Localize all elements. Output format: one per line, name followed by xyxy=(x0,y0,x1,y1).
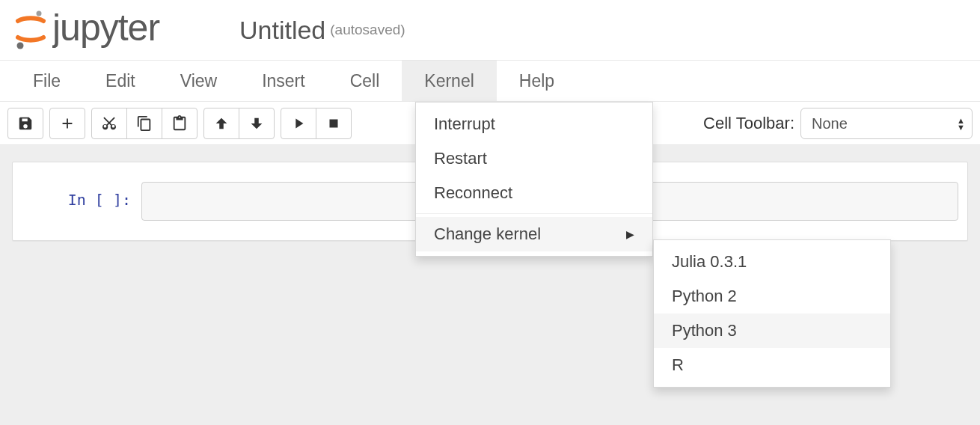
add-cell-button[interactable] xyxy=(49,108,85,139)
arrow-down-icon xyxy=(248,115,265,132)
kernel-interrupt[interactable]: Interrupt xyxy=(416,107,652,141)
menubar: File Edit View Insert Cell Kernel Help xyxy=(0,60,980,102)
dropdown-separator xyxy=(416,213,652,214)
header: jupyter Untitled (autosaved) xyxy=(0,0,980,60)
svg-point-0 xyxy=(37,11,42,16)
svg-point-1 xyxy=(17,43,24,49)
cut-button[interactable] xyxy=(91,108,127,139)
kernel-reconnect[interactable]: Reconnect xyxy=(416,176,652,210)
menu-edit[interactable]: Edit xyxy=(83,61,158,101)
jupyter-wordmark: jupyter xyxy=(52,9,217,51)
change-kernel-label: Change kernel xyxy=(434,224,541,244)
kernel-restart[interactable]: Restart xyxy=(416,141,652,176)
kernel-option-julia[interactable]: Julia 0.3.1 xyxy=(654,245,890,279)
kernel-dropdown: Interrupt Restart Reconnect Change kerne… xyxy=(415,102,653,257)
menu-file[interactable]: File xyxy=(10,61,83,101)
save-icon xyxy=(17,115,34,132)
play-icon xyxy=(290,115,307,132)
menu-insert[interactable]: Insert xyxy=(239,61,328,101)
svg-text:jupyter: jupyter xyxy=(52,9,159,49)
cell-toolbar-select-wrap: None ▲▼ xyxy=(800,108,973,139)
paste-icon xyxy=(171,115,188,132)
arrow-up-icon xyxy=(213,115,230,132)
menu-kernel[interactable]: Kernel xyxy=(402,61,496,101)
cell-toolbar-label: Cell Toolbar: xyxy=(703,114,794,133)
notebook-title[interactable]: Untitled xyxy=(239,16,325,45)
menu-cell[interactable]: Cell xyxy=(328,61,402,101)
change-kernel-submenu: Julia 0.3.1 Python 2 Python 3 R xyxy=(653,239,891,388)
kernel-change-kernel[interactable]: Change kernel ▶ xyxy=(416,217,652,251)
run-button[interactable] xyxy=(281,108,316,139)
plus-icon xyxy=(59,115,76,132)
autosave-status: (autosaved) xyxy=(330,22,405,38)
kernel-option-python3[interactable]: Python 3 xyxy=(654,314,890,348)
cell-toolbar-select[interactable]: None xyxy=(800,108,973,139)
kernel-option-python2[interactable]: Python 2 xyxy=(654,279,890,314)
copy-icon xyxy=(136,115,153,132)
menu-view[interactable]: View xyxy=(158,61,239,101)
jupyter-logo-icon xyxy=(15,10,46,49)
paste-button[interactable] xyxy=(162,108,197,139)
scissors-icon xyxy=(101,115,117,132)
menu-help[interactable]: Help xyxy=(497,61,577,101)
stop-button[interactable] xyxy=(316,108,352,139)
kernel-option-r[interactable]: R xyxy=(654,348,890,382)
svg-rect-3 xyxy=(330,119,338,127)
move-down-button[interactable] xyxy=(239,108,275,139)
copy-button[interactable] xyxy=(126,108,162,139)
stop-icon xyxy=(325,115,342,132)
submenu-caret-icon: ▶ xyxy=(626,228,634,240)
move-up-button[interactable] xyxy=(203,108,239,139)
save-button[interactable] xyxy=(7,108,43,139)
cell-prompt: In [ ]: xyxy=(22,182,141,221)
jupyter-logo[interactable]: jupyter xyxy=(15,9,217,51)
